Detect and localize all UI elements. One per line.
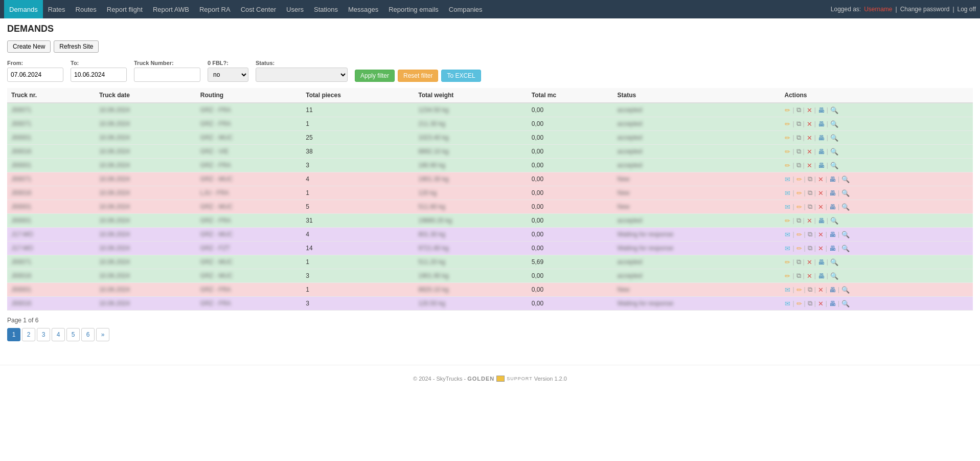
pagination-page-3[interactable]: 3 (37, 328, 50, 341)
copy-icon[interactable]: ⧉ (807, 299, 813, 308)
view-icon[interactable]: 🔍 (841, 286, 850, 294)
edit-icon[interactable]: ✏ (784, 162, 791, 169)
delete-icon[interactable]: ✕ (817, 286, 824, 294)
print-icon[interactable]: 🖶 (817, 120, 825, 128)
email-icon[interactable]: ✉ (784, 175, 791, 183)
change-password-link[interactable]: Change password (900, 6, 950, 13)
print-icon[interactable]: 🖶 (829, 286, 836, 294)
view-icon[interactable]: 🔍 (830, 272, 839, 280)
nav-item-stations[interactable]: Stations (309, 0, 343, 18)
print-icon[interactable]: 🖶 (829, 203, 836, 211)
print-icon[interactable]: 🖶 (829, 245, 836, 252)
refresh-button[interactable]: Refresh Site (54, 40, 99, 53)
copy-icon[interactable]: ⧉ (796, 147, 802, 156)
nav-item-routes[interactable]: Routes (71, 0, 102, 18)
copy-icon[interactable]: ⧉ (796, 120, 802, 128)
reset-filter-button[interactable]: Reset filter (398, 70, 438, 82)
delete-icon[interactable]: ✕ (817, 175, 824, 183)
print-icon[interactable]: 🖶 (829, 231, 836, 238)
email-icon[interactable]: ✉ (784, 245, 791, 252)
print-icon[interactable]: 🖶 (829, 175, 836, 183)
email-icon[interactable]: ✉ (784, 203, 791, 211)
create-new-button[interactable]: Create New (7, 40, 51, 53)
edit-icon[interactable]: ✏ (784, 120, 791, 128)
view-icon[interactable]: 🔍 (841, 189, 850, 197)
print-icon[interactable]: 🖶 (829, 189, 836, 197)
edit-icon[interactable]: ✏ (784, 217, 791, 225)
print-icon[interactable]: 🖶 (817, 106, 825, 114)
delete-icon[interactable]: ✕ (806, 258, 813, 266)
print-icon[interactable]: 🖶 (817, 272, 825, 280)
nav-item-demands[interactable]: Demands (4, 0, 43, 18)
view-icon[interactable]: 🔍 (830, 134, 839, 142)
pagination-page-4[interactable]: 4 (52, 328, 65, 341)
to-excel-button[interactable]: To EXCEL (441, 70, 481, 82)
view-icon[interactable]: 🔍 (830, 106, 839, 114)
to-input[interactable] (71, 68, 127, 82)
copy-icon[interactable]: ⧉ (807, 175, 813, 183)
copy-icon[interactable]: ⧉ (796, 106, 802, 114)
pagination-page-2[interactable]: 2 (22, 328, 35, 341)
edit-icon[interactable]: ✏ (796, 231, 803, 238)
delete-icon[interactable]: ✕ (817, 231, 824, 238)
copy-icon[interactable]: ⧉ (807, 189, 813, 197)
print-icon[interactable]: 🖶 (817, 148, 825, 156)
view-icon[interactable]: 🔍 (841, 231, 850, 238)
nav-item-messages[interactable]: Messages (343, 0, 383, 18)
view-icon[interactable]: 🔍 (830, 258, 839, 266)
delete-icon[interactable]: ✕ (806, 106, 813, 114)
edit-icon[interactable]: ✏ (784, 134, 791, 142)
delete-icon[interactable]: ✕ (817, 300, 824, 308)
view-icon[interactable]: 🔍 (830, 120, 839, 128)
truck-number-input[interactable] (134, 68, 200, 82)
delete-icon[interactable]: ✕ (817, 203, 824, 211)
edit-icon[interactable]: ✏ (796, 245, 803, 252)
copy-icon[interactable]: ⧉ (796, 161, 802, 169)
view-icon[interactable]: 🔍 (841, 245, 850, 252)
delete-icon[interactable]: ✕ (806, 272, 813, 280)
view-icon[interactable]: 🔍 (841, 203, 850, 211)
nav-item-companies[interactable]: Companies (444, 0, 488, 18)
nav-item-cost-center[interactable]: Cost Center (236, 0, 281, 18)
delete-icon[interactable]: ✕ (806, 120, 813, 128)
print-icon[interactable]: 🖶 (829, 300, 836, 308)
nav-item-report-flight[interactable]: Report flight (102, 0, 148, 18)
delete-icon[interactable]: ✕ (817, 189, 824, 197)
copy-icon[interactable]: ⧉ (807, 230, 813, 238)
apply-filter-button[interactable]: Apply filter (355, 70, 395, 82)
nav-item-report-ra[interactable]: Report RA (194, 0, 236, 18)
print-icon[interactable]: 🖶 (817, 258, 825, 266)
delete-icon[interactable]: ✕ (817, 245, 824, 252)
view-icon[interactable]: 🔍 (841, 175, 850, 183)
edit-icon[interactable]: ✏ (796, 300, 803, 308)
nav-item-reporting-emails[interactable]: Reporting emails (383, 0, 444, 18)
copy-icon[interactable]: ⧉ (796, 258, 802, 266)
delete-icon[interactable]: ✕ (806, 148, 813, 156)
from-input[interactable] (7, 68, 63, 82)
delete-icon[interactable]: ✕ (806, 162, 813, 169)
view-icon[interactable]: 🔍 (830, 148, 839, 156)
edit-icon[interactable]: ✏ (784, 258, 791, 266)
copy-icon[interactable]: ⧉ (796, 272, 802, 280)
edit-icon[interactable]: ✏ (796, 189, 803, 197)
nav-item-users[interactable]: Users (281, 0, 309, 18)
print-icon[interactable]: 🖶 (817, 217, 825, 225)
email-icon[interactable]: ✉ (784, 300, 791, 308)
email-icon[interactable]: ✉ (784, 189, 791, 197)
nav-item-report-awb[interactable]: Report AWB (148, 0, 194, 18)
edit-icon[interactable]: ✏ (796, 286, 803, 294)
pagination-page-1[interactable]: 1 (7, 328, 20, 341)
delete-icon[interactable]: ✕ (806, 217, 813, 225)
pagination-page-5[interactable]: 5 (66, 328, 80, 341)
fbl-select[interactable]: no yes (208, 68, 248, 82)
email-icon[interactable]: ✉ (784, 231, 791, 238)
edit-icon[interactable]: ✏ (784, 106, 791, 114)
pagination-page-6[interactable]: 6 (81, 328, 95, 341)
print-icon[interactable]: 🖶 (817, 162, 825, 169)
status-select[interactable]: accepted New Waiting for response (256, 68, 348, 82)
copy-icon[interactable]: ⧉ (807, 244, 813, 252)
edit-icon[interactable]: ✏ (796, 203, 803, 211)
copy-icon[interactable]: ⧉ (796, 134, 802, 142)
email-icon[interactable]: ✉ (784, 286, 791, 294)
pagination-next[interactable]: » (96, 328, 109, 341)
